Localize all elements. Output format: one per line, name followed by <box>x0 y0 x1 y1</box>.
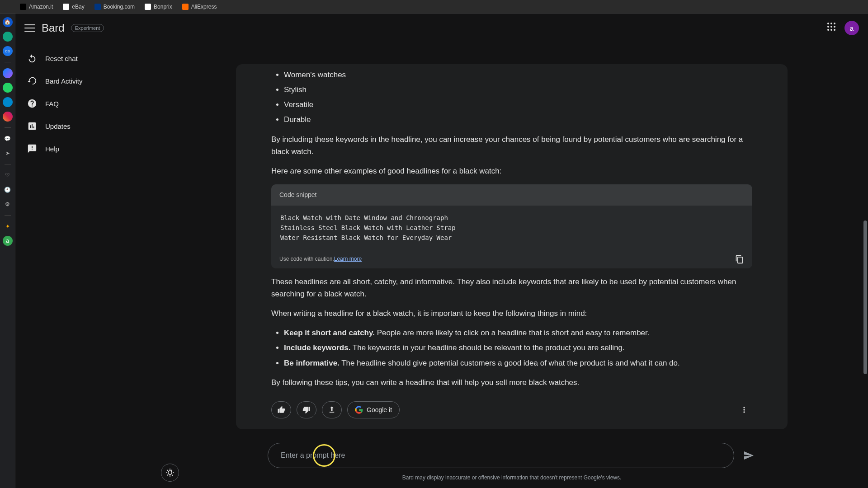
separator <box>5 164 11 164</box>
rail-icon[interactable] <box>3 112 13 122</box>
content: Women's watches Stylish Versatile Durabl… <box>156 42 868 488</box>
tips-list: Keep it short and catchy. People are mor… <box>271 327 752 369</box>
code-footer: Use code with caution. Learn more <box>271 250 752 268</box>
sidebar-item-faq[interactable]: FAQ <box>21 93 150 114</box>
sidebar-item-updates[interactable]: Updates <box>21 116 150 136</box>
list-item: Include keywords. The keywords in your h… <box>284 342 752 354</box>
menu-icon[interactable] <box>24 23 35 33</box>
response-card: Women's watches Stylish Versatile Durabl… <box>236 64 788 429</box>
favicon <box>94 4 101 10</box>
help-icon <box>27 99 37 108</box>
tip-text: The headline should give potential custo… <box>340 359 680 367</box>
list-item: Be informative. The headline should give… <box>284 357 752 369</box>
thumbs-up-icon <box>277 406 285 414</box>
paragraph: By following these tips, you can write a… <box>271 376 752 389</box>
more-vert-icon <box>740 405 749 414</box>
paragraph: When writing a headline for a black watc… <box>271 307 752 319</box>
tab-label: Bonprix <box>154 4 172 10</box>
sidebar-item-label: Updates <box>45 122 71 130</box>
rail-icon[interactable]: a <box>3 236 13 246</box>
disclaimer: Bard may display inaccurate or offensive… <box>402 474 622 481</box>
browser-tab[interactable]: Bonprix <box>142 2 175 12</box>
rail-icon[interactable] <box>3 68 13 78</box>
extension-rail: 🏠 CS 💬 ➤ ♡ 🕘 ⚙ ✦ a <box>0 14 15 488</box>
updates-icon <box>27 121 37 131</box>
tip-bold: Be informative. <box>284 359 340 367</box>
browser-tab[interactable]: eBay <box>60 2 87 12</box>
feedback-icon <box>27 144 37 154</box>
send-icon <box>743 450 754 461</box>
separator <box>5 127 11 128</box>
thumbs-up-button[interactable] <box>271 401 291 418</box>
sidebar-item-label: Bard Activity <box>45 77 83 85</box>
header: Bard Experiment a <box>15 14 868 42</box>
sidebar-item-help[interactable]: Help <box>21 138 150 159</box>
sidebar: Reset chat Bard Activity FAQ Updates Hel… <box>15 42 156 488</box>
list-item: Versatile <box>284 99 752 111</box>
list-item: Keep it short and catchy. People are mor… <box>284 327 752 339</box>
tip-bold: Include keywords. <box>284 343 350 352</box>
prompt-input-row <box>268 443 756 468</box>
share-icon <box>328 406 336 414</box>
action-row: Google it <box>271 401 752 418</box>
browser-tab[interactable]: Booking.com <box>92 2 137 12</box>
code-block: Code snippet Black Watch with Date Windo… <box>271 184 752 268</box>
rail-icon[interactable] <box>3 97 13 107</box>
rail-icon[interactable]: ♡ <box>3 170 13 180</box>
learn-more-link[interactable]: Learn more <box>334 255 362 263</box>
rail-icon[interactable]: CS <box>3 46 13 56</box>
caution-text: Use code with caution. <box>279 255 334 263</box>
tip-bold: Keep it short and catchy. <box>284 328 375 337</box>
reset-icon <box>27 53 37 63</box>
paragraph: By including these keywords in the headl… <box>271 133 752 158</box>
list-item: Stylish <box>284 84 752 96</box>
browser-tab[interactable]: Amazon.it <box>17 2 56 12</box>
experiment-badge: Experiment <box>71 24 104 32</box>
sidebar-item-activity[interactable]: Bard Activity <box>21 70 150 91</box>
list-item: Durable <box>284 113 752 126</box>
more-options-button[interactable] <box>736 402 752 418</box>
browser-tab[interactable]: AliExpress <box>179 2 220 12</box>
sidebar-item-label: Reset chat <box>45 55 78 62</box>
rail-icon[interactable]: ➤ <box>3 148 13 158</box>
chat-scroll[interactable]: Women's watches Stylish Versatile Durabl… <box>236 42 788 443</box>
rail-icon[interactable]: 🕘 <box>3 185 13 195</box>
code-header: Code snippet <box>271 184 752 205</box>
separator <box>5 62 11 62</box>
separator <box>5 215 11 216</box>
rail-icon[interactable]: 🏠 <box>3 17 13 27</box>
list-item: Women's watches <box>284 69 752 81</box>
avatar[interactable]: a <box>844 21 859 35</box>
share-button[interactable] <box>322 401 342 418</box>
activity-icon <box>27 76 37 86</box>
rail-icon[interactable]: 💬 <box>3 134 13 144</box>
code-body: Black Watch with Date Window and Chronog… <box>271 206 752 250</box>
thumbs-down-icon <box>302 406 311 414</box>
google-it-label: Google it <box>367 406 392 413</box>
rail-icon[interactable] <box>3 83 13 93</box>
sun-icon <box>165 468 175 477</box>
tip-text: People are more likely to click on a hea… <box>375 328 650 337</box>
thumbs-down-button[interactable] <box>297 401 316 418</box>
favicon <box>145 4 151 10</box>
tab-label: Booking.com <box>104 4 135 10</box>
send-button[interactable] <box>741 448 756 463</box>
rail-icon[interactable]: ✦ <box>3 221 13 231</box>
paragraph: These headlines are all short, catchy, a… <box>271 276 752 300</box>
google-it-button[interactable]: Google it <box>347 401 400 418</box>
copy-icon[interactable] <box>735 255 744 264</box>
brand-title: Bard <box>42 22 65 34</box>
tab-label: AliExpress <box>191 4 217 10</box>
theme-toggle-button[interactable] <box>161 464 179 482</box>
apps-grid-icon[interactable] <box>827 23 838 33</box>
google-logo-icon <box>355 406 363 414</box>
sidebar-item-label: Help <box>45 145 59 153</box>
prompt-input[interactable] <box>268 443 734 468</box>
rail-icon[interactable] <box>3 32 13 42</box>
tab-label: eBay <box>72 4 84 10</box>
favicon <box>182 4 189 10</box>
scrollbar[interactable] <box>863 221 867 374</box>
bullet-list: Women's watches Stylish Versatile Durabl… <box>271 69 752 126</box>
sidebar-item-reset-chat[interactable]: Reset chat <box>21 48 150 69</box>
rail-icon[interactable]: ⚙ <box>3 199 13 209</box>
